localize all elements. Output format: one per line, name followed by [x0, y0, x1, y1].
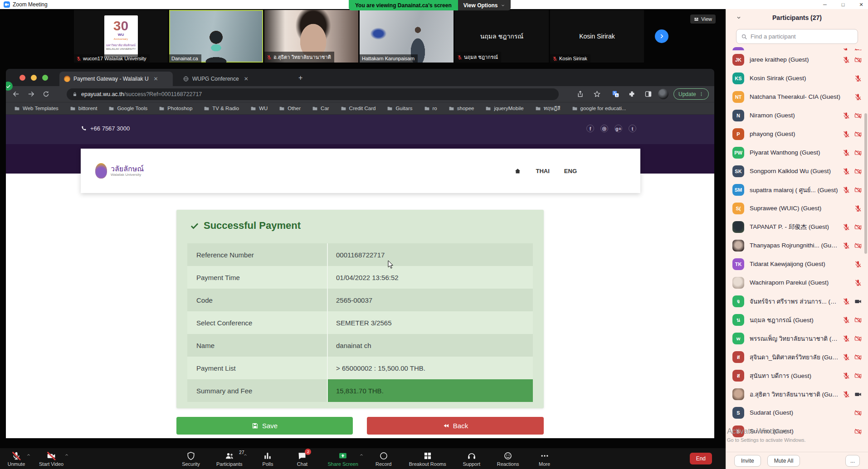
mac-fullscreen-button[interactable]: [42, 75, 48, 81]
new-tab-button[interactable]: +: [298, 74, 302, 82]
bookmark-folder[interactable]: Other: [279, 106, 301, 111]
bookmark-folder[interactable]: WU: [250, 106, 268, 111]
profile-avatar[interactable]: [658, 89, 668, 99]
bookmark-folder[interactable]: Credit Card: [341, 106, 376, 111]
bookmark-star-icon[interactable]: [593, 90, 601, 98]
more-options-button[interactable]: ...: [845, 455, 860, 467]
participant-row[interactable]: NT Natchana Theerakul- CIA (Guest): [726, 87, 868, 106]
mac-window-controls[interactable]: [20, 75, 48, 81]
bookmark-folder[interactable]: google for educati...: [572, 106, 626, 111]
participant-row[interactable]: ส สุจินดา_นิติศาสตร์วิทยาลัย (Guest): [726, 348, 868, 366]
end-meeting-button[interactable]: End: [690, 453, 712, 464]
toolbar-item[interactable]: Start Video: [36, 450, 66, 468]
nav-eng-link[interactable]: ENG: [564, 168, 577, 174]
toolbar-item[interactable]: Unmute: [5, 450, 28, 468]
participant-row[interactable]: N Niramon (Guest): [726, 106, 868, 125]
participant-row[interactable]: Thanyapas Rojrungnithi... (Guest): [726, 236, 868, 255]
bookmark-folder[interactable]: bittorent: [70, 106, 98, 111]
bookmark-folder[interactable]: shopee: [449, 106, 474, 111]
participant-row[interactable]: S Sudarat (Guest): [726, 403, 868, 422]
address-bar[interactable]: epayuat.wu.ac.th/success?Ref=00011687227…: [67, 88, 559, 100]
toolbar-item[interactable]: Support: [460, 450, 483, 468]
home-icon[interactable]: [514, 168, 521, 174]
toolbar-item[interactable]: Share Screen: [325, 450, 361, 468]
tab-wupg-conference[interactable]: WUPG Conference ✕: [178, 72, 289, 86]
bookmark-folder[interactable]: Web Templates: [14, 106, 59, 111]
extensions-puzzle-icon[interactable]: [628, 90, 636, 98]
toolbar-item[interactable]: Security: [179, 450, 203, 468]
mute-all-button[interactable]: Mute All: [767, 455, 800, 467]
translate-icon[interactable]: [612, 90, 619, 98]
participant-row[interactable]: P phayong (Guest): [726, 125, 868, 143]
toolbar-item[interactable]: Record: [372, 450, 395, 468]
bookmark-folder[interactable]: Car: [312, 106, 329, 111]
mac-minimize-button[interactable]: [31, 75, 37, 81]
scrollbar[interactable]: [864, 113, 867, 254]
participant-row[interactable]: จ จันทร์จิรา ศรีราพร ส่วนการ... (Guest): [726, 292, 868, 310]
toolbar-item[interactable]: Reactions: [494, 450, 522, 468]
back-icon[interactable]: [12, 90, 20, 98]
participant-row[interactable]: TAPANAT P. - 邱俊杰 (Guest): [726, 218, 868, 236]
chrome-update-button[interactable]: Update: [673, 88, 709, 100]
participant-row[interactable]: Wachiraporn Parekul (Guest): [726, 273, 868, 292]
toolbar-item[interactable]: Polls: [256, 450, 279, 468]
close-button[interactable]: ✕: [858, 2, 864, 8]
minimize-button[interactable]: ─: [822, 2, 828, 7]
forward-icon[interactable]: [27, 90, 35, 98]
social-icon[interactable]: g+: [614, 125, 622, 132]
bookmark-folder[interactable]: Photoshop: [159, 106, 192, 111]
tab-payment-gateway[interactable]: Payment Gateway - Walailak U ✕: [59, 72, 173, 86]
bookmark-folder[interactable]: Guitars: [387, 106, 412, 111]
video-tile[interactable]: นฤมล ชฎากรณ์ นฤมล ชฎากรณ์: [455, 10, 549, 63]
video-tile[interactable]: Kosin Sirirak Kosin Sirirak: [550, 10, 644, 63]
bookmark-folder[interactable]: ro: [424, 106, 437, 111]
bookmark-folder[interactable]: jqueryMobile: [485, 106, 523, 111]
toolbar-item[interactable]: More: [533, 450, 556, 468]
social-icon[interactable]: ◎: [600, 125, 608, 132]
bookmark-folder[interactable]: ทฤษฎีสี: [535, 104, 561, 112]
participant-row[interactable]: S( Suprawee (WUIC) (Guest): [726, 199, 868, 218]
participant-row[interactable]: KS Kosin Sirirak (Guest): [726, 69, 868, 87]
mac-close-button[interactable]: [20, 75, 25, 81]
video-tile[interactable]: Hattakarn Karunpaisarn: [360, 10, 454, 63]
chevron-up-icon[interactable]: [64, 453, 69, 457]
participant-row[interactable]: SM supattra malaroj ( ศูนย์... (Guest): [726, 180, 868, 199]
toolbar-item[interactable]: 27 Participants: [214, 450, 245, 468]
share-page-icon[interactable]: [576, 90, 584, 98]
view-layout-button[interactable]: View: [690, 15, 716, 24]
chevron-up-icon[interactable]: [26, 453, 31, 457]
walailak-logo[interactable]: วลัยลักษณ์ Walailak University: [95, 163, 144, 179]
participant-row[interactable]: PW Piyarat Wanthong (Guest): [726, 143, 868, 162]
reload-icon[interactable]: [42, 90, 50, 98]
social-icon[interactable]: f: [586, 125, 594, 132]
participant-row[interactable]: อ.สุธิตา วิทยาลัยนานาชาติ (Guest): [726, 385, 868, 403]
participant-row[interactable]: JK jaree kraithep (Guest): [726, 50, 868, 69]
participant-row[interactable]: ส สุนันทา บดีการ (Guest): [726, 366, 868, 385]
search-participant-input[interactable]: Find a participant: [736, 29, 858, 44]
chevron-up-icon[interactable]: [243, 453, 248, 457]
video-tile[interactable]: 30 WU Anniversary มหาวิทยาลัยวลัยลักษณ์ …: [74, 10, 168, 63]
side-panel-icon[interactable]: [644, 90, 652, 98]
back-button[interactable]: Back: [367, 417, 544, 435]
tab-close-icon[interactable]: ✕: [154, 76, 158, 82]
toolbar-item[interactable]: 2 Chat: [290, 450, 314, 468]
participant-row[interactable]: w พรรณเพ็ญ วิทยาลัยนานาชาติ (Guest): [726, 329, 868, 348]
collapse-chevron-icon[interactable]: [736, 15, 741, 20]
next-page-arrow-button[interactable]: [655, 29, 668, 43]
social-icon[interactable]: t: [629, 125, 636, 132]
video-tile[interactable]: Danainat.ca: [169, 10, 263, 63]
participant-row[interactable]: น นฤมล ชฎากรณ์ (Guest): [726, 310, 868, 329]
tab-close-icon[interactable]: ✕: [244, 76, 249, 82]
bookmark-folder[interactable]: Google Tools: [108, 106, 147, 111]
video-tile[interactable]: อ.สุธิตา วิทยาลัยนานาชาติ: [264, 10, 358, 63]
save-button[interactable]: Save: [176, 417, 353, 435]
maximize-button[interactable]: □: [840, 2, 846, 7]
bookmark-folder[interactable]: TV & Radio: [204, 106, 239, 111]
nav-thai-link[interactable]: THAI: [536, 168, 549, 174]
participant-row[interactable]: SK Songporn Kalklod Wu (Guest): [726, 162, 868, 180]
participant-row[interactable]: TK Tidarat Kaewjaijong (Guest): [726, 255, 868, 273]
toolbar-item[interactable]: Breakout Rooms: [406, 450, 449, 468]
chevron-up-icon[interactable]: [359, 453, 364, 457]
invite-button[interactable]: Invite: [734, 455, 761, 467]
view-options-button[interactable]: View Options: [458, 0, 511, 10]
